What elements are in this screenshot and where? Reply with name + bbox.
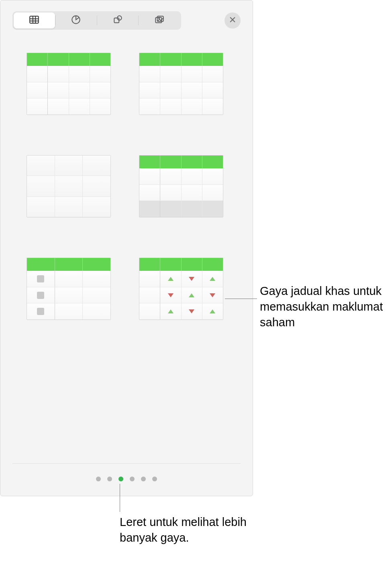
page-dot[interactable] — [130, 477, 135, 481]
triangle-down-icon — [168, 293, 174, 297]
toolbar — [0, 10, 253, 31]
triangle-up-icon — [168, 309, 174, 313]
svg-rect-0 — [30, 16, 39, 23]
triangle-up-icon — [189, 293, 194, 297]
callout-swipe: Leret untuk melihat lebih banyak gaya. — [120, 514, 252, 546]
table-style-green-header-footer[interactable] — [139, 155, 223, 217]
table-style-stock[interactable] — [139, 258, 223, 320]
callout-leader-line — [225, 299, 257, 299]
checkbox-icon — [37, 308, 44, 315]
insert-panel — [0, 0, 253, 496]
page-dot[interactable] — [152, 477, 157, 481]
table-style-green-header-firstcol[interactable] — [27, 53, 111, 115]
checkbox-icon — [37, 275, 44, 282]
triangle-up-icon — [210, 277, 215, 281]
triangle-up-icon — [168, 277, 174, 281]
table-icon — [29, 14, 39, 27]
svg-point-10 — [158, 17, 159, 18]
table-style-green-header[interactable] — [139, 53, 223, 115]
callout-leader-line — [120, 484, 120, 512]
media-tab[interactable] — [139, 12, 180, 29]
page-dot[interactable] — [141, 477, 146, 481]
page-dot[interactable] — [96, 477, 101, 481]
divider — [12, 463, 241, 464]
triangle-down-icon — [189, 277, 194, 281]
triangle-up-icon — [210, 309, 215, 313]
shape-tab[interactable] — [97, 12, 139, 29]
table-style-plain[interactable] — [27, 155, 111, 217]
page-dot-active[interactable] — [118, 477, 123, 481]
page-dot[interactable] — [107, 477, 112, 481]
media-icon — [154, 14, 165, 27]
chart-tab[interactable] — [55, 12, 97, 29]
close-button[interactable] — [225, 12, 241, 29]
category-segmented-control — [12, 11, 181, 30]
table-style-grid — [27, 53, 227, 320]
triangle-down-icon — [189, 309, 194, 313]
pie-icon — [71, 14, 81, 27]
page-indicator[interactable] — [0, 477, 253, 481]
table-style-checklist[interactable] — [27, 258, 111, 320]
triangle-down-icon — [210, 293, 215, 297]
close-icon — [229, 16, 236, 25]
checkbox-icon — [37, 292, 44, 299]
table-tab[interactable] — [14, 12, 55, 29]
shapes-icon — [112, 14, 123, 27]
callout-stock-style: Gaya jadual khas untuk memasukkan maklum… — [260, 283, 388, 330]
svg-rect-6 — [114, 18, 119, 23]
